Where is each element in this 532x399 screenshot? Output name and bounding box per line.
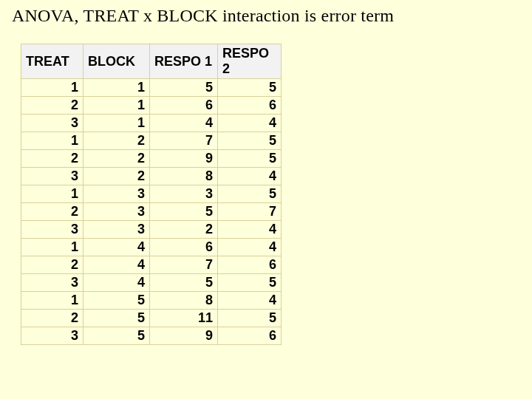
table-row: 2476 — [21, 256, 282, 274]
cell-respo2: 6 — [218, 97, 282, 115]
cell-respo2: 5 — [218, 150, 282, 168]
cell-treat: 2 — [21, 150, 83, 168]
page-title: ANOVA, TREAT x BLOCK interaction is erro… — [12, 6, 520, 26]
header-row: TREAT BLOCK RESPO 1 RESPO 2 — [21, 44, 282, 79]
cell-block: 2 — [83, 132, 150, 150]
table-row: 2357 — [21, 203, 282, 221]
header-respo1: RESPO 1 — [150, 44, 218, 79]
cell-respo2: 5 — [218, 132, 282, 150]
table-row: 2295 — [21, 150, 282, 168]
page-root: ANOVA, TREAT x BLOCK interaction is erro… — [0, 0, 532, 345]
table-row: 3284 — [21, 168, 282, 185]
cell-respo1: 7 — [150, 256, 218, 274]
cell-treat: 2 — [21, 256, 83, 274]
data-table-wrap: TREAT BLOCK RESPO 1 RESPO 2 115521663144… — [21, 44, 520, 345]
cell-respo1: 5 — [150, 79, 218, 97]
table-row: 1275 — [21, 132, 282, 150]
cell-respo2: 4 — [218, 168, 282, 185]
cell-respo2: 5 — [218, 79, 282, 97]
cell-block: 1 — [83, 97, 150, 115]
cell-treat: 3 — [21, 327, 83, 345]
cell-treat: 1 — [21, 79, 83, 97]
table-row: 3596 — [21, 327, 282, 345]
cell-block: 2 — [83, 168, 150, 185]
cell-respo1: 5 — [150, 274, 218, 292]
table-row: 25115 — [21, 310, 282, 327]
cell-treat: 1 — [21, 239, 83, 256]
cell-treat: 3 — [21, 221, 83, 239]
cell-respo1: 6 — [150, 97, 218, 115]
cell-treat: 1 — [21, 292, 83, 310]
cell-block: 5 — [83, 292, 150, 310]
cell-treat: 2 — [21, 203, 83, 221]
header-block: BLOCK — [83, 44, 150, 79]
cell-respo2: 5 — [218, 310, 282, 327]
table-row: 3324 — [21, 221, 282, 239]
cell-treat: 3 — [21, 168, 83, 185]
cell-respo2: 4 — [218, 292, 282, 310]
cell-treat: 1 — [21, 185, 83, 203]
cell-respo2: 4 — [218, 115, 282, 132]
cell-respo1: 4 — [150, 115, 218, 132]
cell-treat: 3 — [21, 274, 83, 292]
cell-block: 1 — [83, 115, 150, 132]
cell-respo2: 6 — [218, 256, 282, 274]
cell-respo2: 4 — [218, 239, 282, 256]
cell-treat: 3 — [21, 115, 83, 132]
cell-block: 3 — [83, 221, 150, 239]
cell-treat: 1 — [21, 132, 83, 150]
data-table: TREAT BLOCK RESPO 1 RESPO 2 115521663144… — [21, 44, 282, 345]
cell-block: 2 — [83, 150, 150, 168]
cell-block: 1 — [83, 79, 150, 97]
header-treat: TREAT — [21, 44, 83, 79]
cell-block: 3 — [83, 203, 150, 221]
table-row: 2166 — [21, 97, 282, 115]
cell-treat: 2 — [21, 97, 83, 115]
cell-respo1: 8 — [150, 292, 218, 310]
table-row: 1464 — [21, 239, 282, 256]
cell-block: 3 — [83, 185, 150, 203]
table-row: 3455 — [21, 274, 282, 292]
data-table-head: TREAT BLOCK RESPO 1 RESPO 2 — [21, 44, 282, 79]
cell-respo1: 7 — [150, 132, 218, 150]
cell-block: 5 — [83, 327, 150, 345]
cell-block: 4 — [83, 239, 150, 256]
cell-treat: 2 — [21, 310, 83, 327]
cell-respo1: 2 — [150, 221, 218, 239]
cell-respo2: 6 — [218, 327, 282, 345]
cell-respo1: 6 — [150, 239, 218, 256]
cell-respo1: 8 — [150, 168, 218, 185]
cell-respo2: 4 — [218, 221, 282, 239]
cell-respo1: 9 — [150, 327, 218, 345]
table-row: 3144 — [21, 115, 282, 132]
cell-respo2: 7 — [218, 203, 282, 221]
cell-respo1: 3 — [150, 185, 218, 203]
cell-respo1: 9 — [150, 150, 218, 168]
table-row: 1155 — [21, 79, 282, 97]
cell-respo2: 5 — [218, 185, 282, 203]
cell-block: 4 — [83, 274, 150, 292]
data-table-body: 1155216631441275229532841335235733241464… — [21, 79, 282, 345]
cell-block: 4 — [83, 256, 150, 274]
cell-respo1: 11 — [150, 310, 218, 327]
table-row: 1335 — [21, 185, 282, 203]
cell-respo2: 5 — [218, 274, 282, 292]
cell-respo1: 5 — [150, 203, 218, 221]
table-row: 1584 — [21, 292, 282, 310]
cell-block: 5 — [83, 310, 150, 327]
header-respo2: RESPO 2 — [218, 44, 282, 79]
